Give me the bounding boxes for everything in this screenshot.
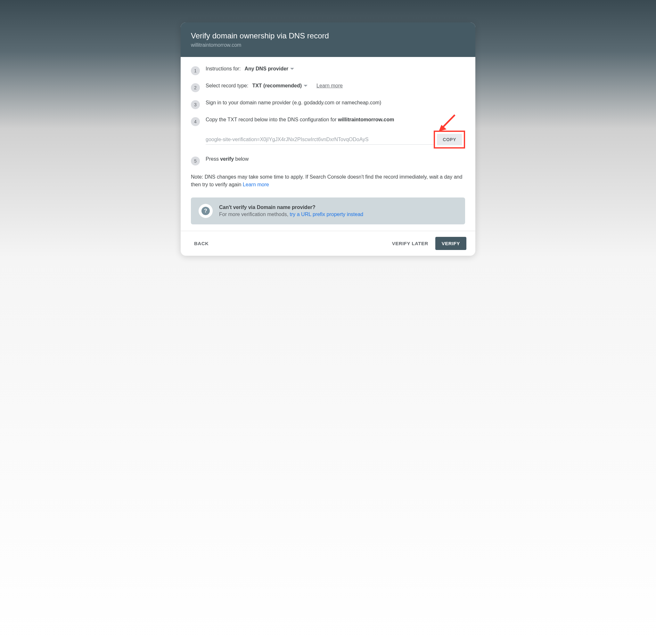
question-mark-icon: ? xyxy=(201,207,210,215)
step-4-text: Copy the TXT record below into the DNS c… xyxy=(206,117,465,122)
step-1-body: Instructions for: Any DNS provider xyxy=(206,66,465,72)
verify-button[interactable]: VERIFY xyxy=(435,237,466,250)
alternative-verification-box: ? Can't verify via Domain name provider?… xyxy=(191,198,465,224)
step-5-verify-word: verify xyxy=(220,156,234,162)
step-5: 5 Press verify below xyxy=(191,156,465,165)
dialog-subtitle: willitraintomorrow.com xyxy=(191,42,465,48)
verify-later-button[interactable]: VERIFY LATER xyxy=(388,237,433,249)
dns-provider-value: Any DNS provider xyxy=(244,66,288,72)
step-4-domain: willitraintomorrow.com xyxy=(338,117,394,122)
alt-sub-prefix: For more verification methods, xyxy=(219,212,290,217)
record-type-value: TXT (recommended) xyxy=(252,83,302,89)
alt-text: Can't verify via Domain name provider? F… xyxy=(219,205,363,217)
record-type-label: Select record type: xyxy=(206,83,248,89)
step-number-4: 4 xyxy=(191,117,200,126)
help-icon: ? xyxy=(199,204,213,218)
dialog-footer: BACK VERIFY LATER VERIFY xyxy=(181,231,475,256)
instructions-for-label: Instructions for: xyxy=(206,66,241,72)
url-prefix-link[interactable]: try a URL prefix property instead xyxy=(290,212,364,217)
copy-highlight: COPY xyxy=(434,131,465,148)
step-5-suffix: below xyxy=(234,156,248,162)
txt-record-row: COPY xyxy=(206,131,465,148)
copy-button[interactable]: COPY xyxy=(437,134,462,145)
step-3: 3 Sign in to your domain name provider (… xyxy=(191,100,465,109)
note-text: Note: DNS changes may take some time to … xyxy=(191,174,462,187)
dialog-content: 1 Instructions for: Any DNS provider 2 S… xyxy=(181,57,475,231)
step-3-text: Sign in to your domain name provider (e.… xyxy=(206,100,465,106)
step-5-prefix: Press xyxy=(206,156,220,162)
dialog-header: Verify domain ownership via DNS record w… xyxy=(181,22,475,57)
step-4: 4 Copy the TXT record below into the DNS… xyxy=(191,117,465,126)
step-1: 1 Instructions for: Any DNS provider xyxy=(191,66,465,75)
step-2: 2 Select record type: TXT (recommended) … xyxy=(191,83,465,92)
step-5-text: Press verify below xyxy=(206,156,465,162)
dialog-title: Verify domain ownership via DNS record xyxy=(191,31,465,40)
chevron-down-icon xyxy=(304,85,307,87)
record-type-dropdown[interactable]: TXT (recommended) xyxy=(252,83,307,89)
alt-title: Can't verify via Domain name provider? xyxy=(219,205,363,210)
chevron-down-icon xyxy=(290,68,294,70)
back-button[interactable]: BACK xyxy=(190,237,213,249)
step-number-2: 2 xyxy=(191,83,200,92)
step-number-1: 1 xyxy=(191,66,200,75)
step-number-5: 5 xyxy=(191,157,200,165)
verify-domain-dialog: Verify domain ownership via DNS record w… xyxy=(181,22,475,256)
dns-provider-dropdown[interactable]: Any DNS provider xyxy=(244,66,294,72)
step-4-prefix: Copy the TXT record below into the DNS c… xyxy=(206,117,338,122)
txt-record-input[interactable] xyxy=(206,135,435,145)
step-2-body: Select record type: TXT (recommended) Le… xyxy=(206,83,465,89)
step-number-3: 3 xyxy=(191,100,200,109)
learn-more-note-link[interactable]: Learn more xyxy=(243,182,269,187)
alt-subtitle: For more verification methods, try a URL… xyxy=(219,212,363,217)
learn-more-record-type-link[interactable]: Learn more xyxy=(316,83,343,89)
dns-note: Note: DNS changes may take some time to … xyxy=(191,173,465,188)
